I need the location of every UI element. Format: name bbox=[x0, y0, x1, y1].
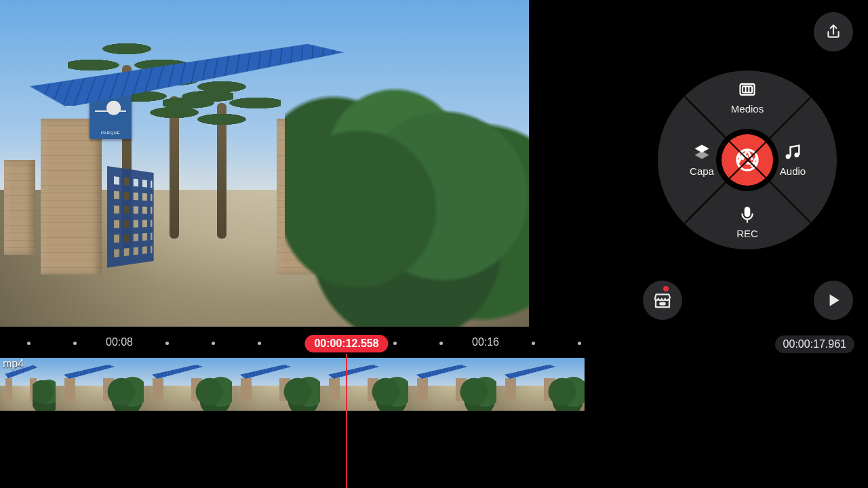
ruler-dot bbox=[165, 342, 169, 345]
ruler-dot bbox=[27, 342, 31, 345]
clip-thumbnail bbox=[144, 358, 232, 411]
wheel-capa[interactable]: Capa bbox=[665, 142, 739, 178]
music-icon bbox=[783, 142, 802, 161]
wheel-capa-label: Capa bbox=[690, 165, 714, 177]
export-button[interactable] bbox=[814, 12, 853, 52]
ruler-dot bbox=[439, 342, 443, 345]
ruler-tick-label: 00:16 bbox=[472, 336, 499, 348]
clip-thumbnail bbox=[232, 358, 320, 411]
preview-pillar bbox=[4, 160, 35, 255]
mic-icon bbox=[738, 206, 756, 224]
ruler-dot bbox=[212, 342, 215, 345]
playhead-line[interactable] bbox=[346, 354, 347, 488]
ruler-dot bbox=[258, 342, 261, 345]
playhead-time: 00:00:12.558 bbox=[304, 335, 388, 352]
ruler-tick-label: 00:08 bbox=[106, 336, 133, 348]
wheel-audio-label: Audio bbox=[780, 165, 806, 177]
layers-icon bbox=[692, 142, 711, 161]
park-sign-text: PARQUE bbox=[90, 131, 132, 135]
ruler-dot bbox=[73, 342, 77, 345]
clip-duration: 00:00:17.961 bbox=[775, 336, 854, 353]
play-button[interactable] bbox=[814, 281, 853, 320]
timeline-ruler[interactable]: 00:0800:16 bbox=[0, 332, 868, 355]
svg-marker-5 bbox=[695, 151, 709, 159]
clip-thumbnail bbox=[408, 358, 496, 411]
video-preview[interactable]: PARQUE bbox=[0, 0, 529, 327]
store-button[interactable] bbox=[643, 281, 682, 320]
svg-rect-9 bbox=[660, 303, 665, 305]
ruler-dot bbox=[578, 342, 581, 345]
clip-track[interactable] bbox=[0, 358, 585, 411]
media-wheel: Medios Capa Audio REC bbox=[658, 70, 837, 249]
clip-thumbnail bbox=[56, 358, 144, 411]
ruler-dot bbox=[532, 342, 535, 345]
wheel-medios-label: Medios bbox=[731, 103, 764, 115]
preview-gate bbox=[107, 166, 154, 268]
wheel-audio[interactable]: Audio bbox=[755, 142, 830, 178]
wheel-rec[interactable]: REC bbox=[710, 206, 785, 240]
wheel-rec-label: REC bbox=[736, 228, 758, 239]
clip-thumbnail bbox=[320, 358, 408, 411]
play-icon bbox=[825, 291, 842, 309]
clip-filename: mp4 bbox=[3, 358, 24, 370]
svg-marker-10 bbox=[830, 294, 840, 306]
clip-thumbnail bbox=[496, 358, 585, 411]
preview-pillar: PARQUE bbox=[41, 119, 102, 274]
store-icon bbox=[652, 290, 673, 310]
media-icon bbox=[738, 80, 757, 99]
ruler-dot bbox=[393, 342, 397, 345]
svg-rect-6 bbox=[745, 207, 750, 216]
svg-rect-1 bbox=[743, 86, 752, 92]
share-icon bbox=[825, 23, 842, 41]
wheel-medios[interactable]: Medios bbox=[710, 80, 785, 115]
preview-bush bbox=[285, 65, 529, 327]
preview-palm bbox=[217, 103, 226, 239]
